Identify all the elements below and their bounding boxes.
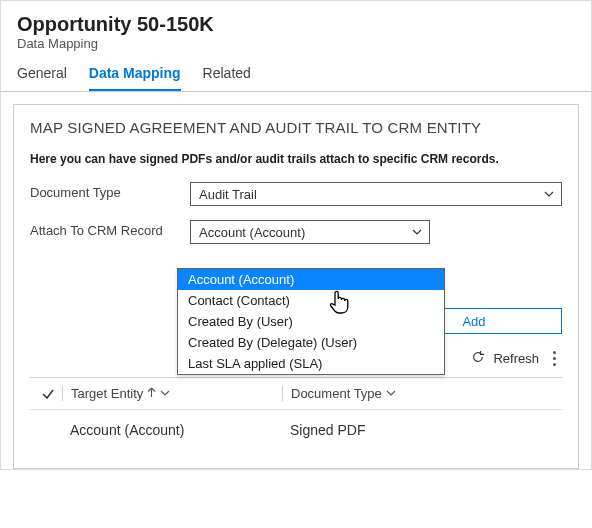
page-header: Opportunity 50-150K Data Mapping [1,1,591,51]
column-header-document-type-label: Document Type [291,386,382,401]
attach-to-dropdown: Account (Account) Contact (Contact) Crea… [177,268,445,375]
chevron-down-icon [543,188,555,200]
section-title: MAP SIGNED AGREEMENT AND AUDIT TRAIL TO … [30,119,562,136]
select-document-type-value: Audit Trail [199,187,257,202]
select-attach-to[interactable]: Account (Account) [190,220,430,244]
refresh-label: Refresh [493,351,539,366]
page-subtitle: Data Mapping [17,36,575,51]
tab-bar: General Data Mapping Related [1,51,591,92]
option-created-by-delegate[interactable]: Created By (Delegate) (User) [178,332,444,353]
sort-asc-icon [147,386,156,401]
section-description: Here you can have signed PDFs and/or aud… [30,152,562,166]
grid-header: Target Entity Document Type [30,377,562,410]
column-header-target-entity[interactable]: Target Entity [62,386,282,401]
chevron-down-icon [160,386,170,401]
select-all-checkbox[interactable] [34,387,62,401]
tab-general[interactable]: General [17,65,67,91]
chevron-down-icon [386,386,396,401]
option-last-sla[interactable]: Last SLA applied (SLA) [178,353,444,374]
tab-data-mapping[interactable]: Data Mapping [89,65,181,91]
refresh-button[interactable]: Refresh [471,350,539,367]
table-row[interactable]: Account (Account) Signed PDF [30,410,562,450]
row-document-type: Document Type Audit Trail [30,182,562,206]
refresh-icon [471,350,485,367]
page-title: Opportunity 50-150K [17,13,575,36]
option-created-by-user[interactable]: Created By (User) [178,311,444,332]
label-document-type: Document Type [30,182,190,202]
cell-document-type: Signed PDF [282,422,558,438]
chevron-down-icon [411,226,423,238]
column-header-document-type[interactable]: Document Type [282,386,558,401]
row-checkbox[interactable] [34,422,62,438]
tab-related[interactable]: Related [203,65,251,91]
label-attach-to: Attach To CRM Record [30,220,190,240]
option-contact[interactable]: Contact (Contact) [178,290,444,311]
row-attach-to: Attach To CRM Record Account (Account) [30,220,562,244]
option-account[interactable]: Account (Account) [178,269,444,290]
select-document-type[interactable]: Audit Trail [190,182,562,206]
cursor-icon [327,289,351,318]
select-attach-to-value: Account (Account) [199,225,305,240]
column-header-target-entity-label: Target Entity [71,386,143,401]
cell-target-entity: Account (Account) [62,422,282,438]
more-menu-button[interactable] [547,351,562,366]
window: Opportunity 50-150K Data Mapping General… [0,0,592,470]
